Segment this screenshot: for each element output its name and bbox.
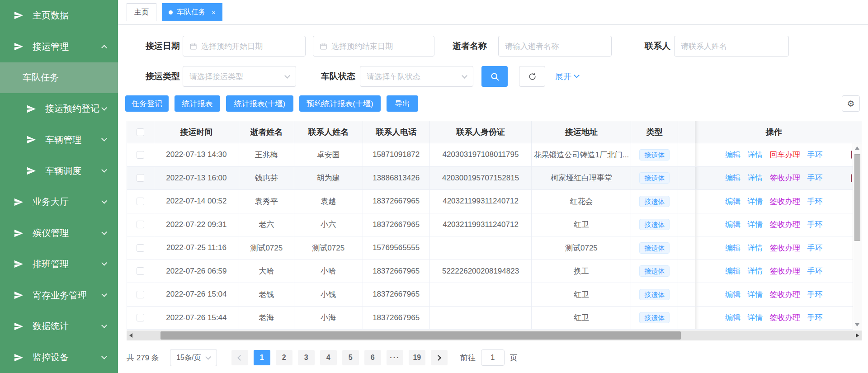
scroll-left-icon[interactable] <box>129 333 132 338</box>
sign-off-link[interactable]: 签收办理 <box>769 266 800 276</box>
sidebar-item-vehicle-mgmt[interactable]: 车辆管理 <box>0 124 118 156</box>
edit-link[interactable]: 编辑 <box>725 243 741 253</box>
fleet-status-select[interactable]: 请选择车队状态 <box>360 66 473 87</box>
page-button-6[interactable]: 6 <box>364 350 381 365</box>
page-button-1[interactable]: 1 <box>254 350 270 365</box>
wristband-link[interactable]: 手环 <box>807 312 822 323</box>
edit-link[interactable]: 编辑 <box>725 266 741 276</box>
export-button[interactable]: 导出 <box>387 95 418 112</box>
scroll-up-icon[interactable] <box>855 146 859 150</box>
calendar-icon <box>189 42 197 50</box>
edit-link[interactable]: 编辑 <box>725 312 741 323</box>
scroll-right-icon[interactable] <box>856 333 859 338</box>
wristband-link[interactable]: 手环 <box>807 150 822 160</box>
detail-link[interactable]: 详情 <box>747 289 763 300</box>
stats-report-button[interactable]: 统计报表 <box>175 95 220 112</box>
sidebar-item-funeral-mgmt[interactable]: 殡仪管理 <box>0 217 118 249</box>
select-all-checkbox[interactable] <box>137 128 144 136</box>
row-checkbox[interactable] <box>137 221 144 228</box>
page-button-2[interactable]: 2 <box>276 350 292 365</box>
contact-name-input[interactable]: 请联系人姓名 <box>674 36 789 57</box>
more-pages-button[interactable]: ··· <box>387 350 403 365</box>
date-start-placeholder: 选择预约开始日期 <box>201 41 263 52</box>
filter-date-label: 接运日期 <box>127 36 180 57</box>
horizontal-scrollbar-thumb[interactable] <box>160 331 681 340</box>
sidebar-item-fleet-tasks[interactable]: 车队任务 <box>0 62 118 94</box>
sidebar-item-transport-booking[interactable]: 接运预约登记 <box>0 93 118 124</box>
page-button-3[interactable]: 3 <box>298 350 315 365</box>
wristband-link[interactable]: 手环 <box>807 266 822 276</box>
detail-link[interactable]: 详情 <box>747 266 763 276</box>
edit-link[interactable]: 编辑 <box>725 219 741 230</box>
sign-off-link[interactable]: 签收办理 <box>769 312 800 323</box>
expand-toggle[interactable]: 展开 <box>555 66 579 87</box>
detail-link[interactable]: 详情 <box>747 173 763 183</box>
row-checkbox[interactable] <box>137 244 144 252</box>
detail-link[interactable]: 详情 <box>747 312 763 323</box>
booking-stats-report-shiyan-button[interactable]: 预约统计报表(十堰) <box>299 95 381 112</box>
cell-time: 2022-07-26 15:44 <box>154 307 239 330</box>
vertical-scrollbar[interactable] <box>853 143 862 330</box>
type-badge: 接遗体 <box>639 265 670 277</box>
tab-home[interactable]: 主页 <box>127 3 156 21</box>
cell-ops: 编辑 详情 签收办理 手环 <box>695 236 853 260</box>
wristband-link[interactable]: 手环 <box>807 243 822 253</box>
task-register-button[interactable]: 任务登记 <box>125 95 169 112</box>
edit-link[interactable]: 编辑 <box>725 150 741 160</box>
wristband-link[interactable]: 手环 <box>807 196 822 207</box>
sign-off-link[interactable]: 签收办理 <box>769 196 800 207</box>
edit-link[interactable]: 编辑 <box>725 196 741 207</box>
detail-link[interactable]: 详情 <box>747 219 763 230</box>
column-settings-button[interactable]: ⚙ <box>842 95 860 112</box>
cell-spacer <box>678 283 695 306</box>
sign-off-link[interactable]: 签收办理 <box>769 243 800 253</box>
sign-off-link[interactable]: 签收办理 <box>769 289 800 300</box>
row-checkbox[interactable] <box>137 198 144 205</box>
prev-page-button[interactable] <box>231 350 248 365</box>
refresh-button[interactable] <box>519 66 545 87</box>
deceased-name-input[interactable]: 请输入逝者名称 <box>498 36 612 57</box>
sidebar-item-home-data[interactable]: 主页数据 <box>0 0 118 31</box>
goto-page-input[interactable] <box>481 349 505 366</box>
horizontal-scrollbar[interactable] <box>127 331 862 340</box>
search-button[interactable] <box>481 66 508 87</box>
detail-link[interactable]: 详情 <box>747 150 763 160</box>
edit-link[interactable]: 编辑 <box>725 173 741 183</box>
sidebar-item-storage-mgmt[interactable]: 寄存业务管理 <box>0 280 118 311</box>
return-vehicle-link[interactable]: 回车办理 <box>769 150 800 160</box>
sidebar-item-vehicle-dispatch[interactable]: 车辆调度 <box>0 156 118 187</box>
stats-report-shiyan-button[interactable]: 统计报表(十堰) <box>226 95 293 112</box>
next-page-button[interactable] <box>431 350 448 365</box>
transport-type-select[interactable]: 请选择接运类型 <box>183 66 296 87</box>
row-checkbox[interactable] <box>137 291 144 298</box>
sidebar-item-monitor-devices[interactable]: 监控设备 <box>0 342 118 373</box>
row-checkbox[interactable] <box>137 174 144 182</box>
close-icon[interactable]: × <box>212 9 216 16</box>
page-button-5[interactable]: 5 <box>342 350 359 365</box>
chevron-down-icon <box>206 354 212 360</box>
sign-off-link[interactable]: 签收办理 <box>769 173 800 183</box>
sign-off-link[interactable]: 签收办理 <box>769 219 800 230</box>
date-start-input[interactable]: 选择预约开始日期 <box>183 36 306 57</box>
sidebar-item-shift-mgmt[interactable]: 排班管理 <box>0 249 118 280</box>
cell-time: 2022-07-25 11:16 <box>154 236 239 260</box>
page-button-19[interactable]: 19 <box>409 350 425 365</box>
wristband-link[interactable]: 手环 <box>807 289 822 300</box>
edit-link[interactable]: 编辑 <box>725 289 741 300</box>
sidebar-item-data-stats[interactable]: 数据统计 <box>0 311 118 342</box>
tab-fleet-tasks[interactable]: 车队任务 × <box>162 3 222 21</box>
sidebar-item-transport-mgmt[interactable]: 接运管理 <box>0 31 118 62</box>
sidebar-item-business-hall[interactable]: 业务大厅 <box>0 187 118 218</box>
row-checkbox[interactable] <box>137 267 144 275</box>
wristband-link[interactable]: 手环 <box>807 173 822 183</box>
wristband-link[interactable]: 手环 <box>807 219 822 230</box>
page-size-select[interactable]: 15条/页 <box>170 349 217 366</box>
row-checkbox[interactable] <box>137 151 144 159</box>
date-end-input[interactable]: 选择预约结束日期 <box>313 36 434 57</box>
detail-link[interactable]: 详情 <box>747 196 763 207</box>
scroll-down-icon[interactable] <box>855 323 859 326</box>
row-checkbox[interactable] <box>137 314 144 321</box>
detail-link[interactable]: 详情 <box>747 243 763 253</box>
vertical-scrollbar-thumb[interactable] <box>854 154 860 241</box>
page-button-4[interactable]: 4 <box>320 350 337 365</box>
